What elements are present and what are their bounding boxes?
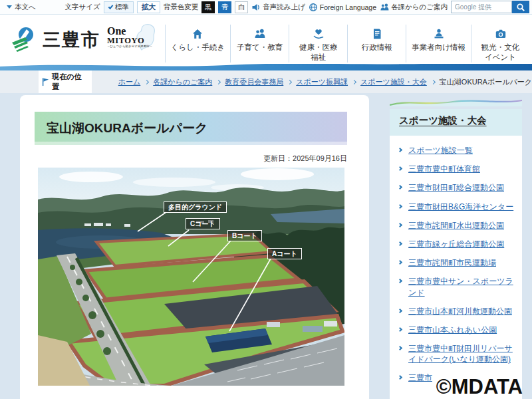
nav-item-kurashi[interactable]: くらし・手続き: [165, 25, 231, 63]
sidebar-link: 三豊市豊中町財田川リバーサイドパーク(いなり運動公園): [408, 344, 513, 364]
sidebar-link: 三豊市財田B&G海洋センター: [408, 202, 513, 211]
breadcrumb-departments[interactable]: 各課からのご案内: [153, 77, 212, 87]
aerial-photo: 多目的グラウンド Cコート Bコート Aコート: [38, 168, 344, 386]
sidebar-link: 三豊市財田町総合運動公園: [408, 183, 504, 192]
nav-label: 観光・文化: [481, 43, 520, 53]
breadcrumb-bar: 現在の位置 ホーム 各課からのご案内 教育委員会事務局 スポーツ振興課 スポーツ…: [0, 70, 532, 93]
chevron-right-icon: [398, 375, 402, 380]
brand-mitoyo: MITOYO: [107, 37, 152, 45]
page-title: 宝山湖OKURAボールパーク: [35, 112, 347, 145]
triangle-down-icon: [7, 5, 12, 9]
nav-label: 子育て・教育: [237, 43, 283, 53]
breadcrumb-current-page: 宝山湖OKURAボールパーク: [440, 77, 532, 87]
foreign-language-link[interactable]: Foreign Language: [309, 3, 376, 12]
nav-label-line2: 福祉: [311, 53, 326, 63]
font-size-label: 文字サイズ: [65, 3, 100, 12]
sidebar-link: 三豊市山本ふれあい公園: [408, 325, 497, 334]
sidebar-sports-facilities: スポーツ施設・大会 スポーツ施設一覧 三豊市豊中町体育館 三豊市財田町総合運動公…: [390, 97, 522, 399]
nav-label: 健康・医療: [299, 43, 338, 53]
utility-controls: 文字サイズ 標準 拡大 背景色変更 黒 青 白 音声読み上げ: [65, 1, 529, 13]
check-icon: [108, 4, 113, 9]
chevron-right-icon: [144, 79, 149, 84]
people-icon: [380, 3, 389, 11]
chevron-right-icon: [352, 79, 356, 84]
sidebar-item-yamamoto-riverbed-park[interactable]: 三豊市山本町河川敷運動公園: [396, 302, 515, 321]
skip-link-label: 本文へ: [15, 3, 36, 12]
nav-item-kosodate[interactable]: 子育て・教育: [230, 25, 289, 63]
sidebar-link: 三豊市詫間町市民運動場: [408, 258, 496, 267]
main-content-card: 宝山湖OKURAボールパーク 更新日：2025年09月16日: [20, 95, 369, 399]
breadcrumb-home[interactable]: ホーム: [118, 77, 141, 87]
sidebar-header: スポーツ施設・大会: [390, 109, 522, 136]
sidebar-list: スポーツ施設一覧 三豊市豊中町体育館 三豊市財田町総合運動公園 三豊市財田B&G…: [390, 136, 522, 399]
sidebar-link: 三豊市山本町河川敷運動公園: [408, 307, 512, 316]
speaker-icon: [251, 3, 261, 12]
watermark: ©MDATA: [436, 375, 523, 399]
bg-black-button[interactable]: 黒: [201, 1, 215, 13]
chevron-right-icon: [398, 346, 402, 350]
mitoyo-logo-mark-icon: [9, 26, 37, 54]
global-nav: くらし・手続き 子育て・教育 健康・医療: [165, 25, 529, 63]
updated-date: 更新日：2025年09月16日: [263, 154, 347, 164]
chevron-right-icon: [287, 79, 292, 84]
departments-link[interactable]: 各課からのご案内: [380, 3, 448, 12]
site-search: [451, 1, 529, 13]
sidebar-link: 三豊市緑ヶ丘総合運動公園: [408, 239, 504, 249]
foreign-language-label: Foreign Language: [320, 3, 376, 11]
search-button[interactable]: [512, 1, 529, 13]
sidebar-item-toyonaka-gym[interactable]: 三豊市豊中町体育館: [396, 160, 515, 178]
search-input[interactable]: [451, 1, 512, 13]
chevron-right-icon: [398, 148, 402, 152]
sidebar-item-saita-sports-park[interactable]: 三豊市財田町総合運動公園: [396, 178, 515, 197]
sidebar-item-toyonaka-sun-sports-land[interactable]: 三豊市豊中サン・スポーツランド: [396, 272, 515, 301]
sidebar-item-takuma-mizushi-park[interactable]: 三豊市詫間町水出運動公園: [396, 216, 515, 235]
nav-item-kenko[interactable]: 健康・医療 福祉: [289, 25, 347, 63]
aerial-photo-illustration: [38, 168, 344, 386]
sidebar-item-midorigaoka-park[interactable]: 三豊市緑ヶ丘総合運動公園: [396, 235, 515, 253]
breadcrumb-board-of-education[interactable]: 教育委員会事務局: [225, 77, 283, 87]
photo-label-court-a: Aコート: [267, 248, 302, 259]
skip-to-content-link[interactable]: 本文へ: [7, 3, 36, 12]
heart-hand-icon: [312, 26, 325, 41]
speech-label: 音声読み上げ: [263, 3, 305, 12]
current-location-label: 現在の位置: [52, 72, 86, 92]
nav-label-line2: イベント: [485, 53, 516, 63]
chevron-right-icon: [398, 204, 402, 209]
sidebar-item-saita-bg-marine-center[interactable]: 三豊市財田B&G海洋センター: [396, 198, 515, 216]
font-standard-label: 標準: [115, 3, 129, 12]
utility-bar: 本文へ 文字サイズ 標準 拡大 背景色変更 黒 青 白 音声読み上げ: [0, 0, 532, 15]
home-icon: [191, 26, 204, 41]
bg-blue-button[interactable]: 青: [218, 1, 231, 13]
sidebar-item-yamamoto-fureai-park[interactable]: 三豊市山本ふれあい公園: [396, 321, 515, 339]
chevron-right-icon: [398, 260, 402, 265]
chevron-right-icon: [398, 241, 402, 246]
sidebar-wave-decoration: [390, 98, 522, 106]
sidebar-title[interactable]: スポーツ施設・大会: [399, 115, 487, 126]
document-icon: [370, 26, 384, 41]
photo-label-multipurpose-ground: 多目的グラウンド: [164, 201, 227, 213]
sidebar-item-takuma-citizens-ground[interactable]: 三豊市詫間町市民運動場: [396, 253, 515, 272]
page: 本文へ 文字サイズ 標準 拡大 背景色変更 黒 青 白 音声読み上げ: [0, 0, 532, 399]
nav-item-kanko[interactable]: 観光・文化 イベント: [471, 25, 529, 63]
flag-icon: [41, 77, 49, 86]
nav-item-jigyosha[interactable]: 事業者向け情報: [406, 25, 471, 63]
chevron-right-icon: [398, 279, 402, 283]
sidebar-item-facility-list[interactable]: スポーツ施設一覧: [396, 141, 515, 160]
city-logo[interactable]: 三豊市 One MITOYO ～ひとつから動き出す未来都市～: [9, 23, 158, 57]
font-standard-button[interactable]: 標準: [104, 1, 134, 13]
departments-label: 各課からのご案内: [391, 3, 448, 12]
font-large-button[interactable]: 拡大: [137, 1, 160, 13]
sidebar-item-saitagawa-riverside-park[interactable]: 三豊市豊中町財田川リバーサイドパーク(いなり運動公園): [396, 339, 515, 368]
speech-readout-link[interactable]: 音声読み上げ: [251, 3, 305, 12]
sidebar-link: スポーツ施設一覧: [408, 146, 473, 155]
nav-label: 行政情報: [362, 43, 392, 53]
nav-label: 事業者向け情報: [412, 43, 466, 53]
bg-white-button[interactable]: 白: [235, 1, 248, 13]
brand-block: One MITOYO ～ひとつから動き出す未来都市～: [106, 23, 158, 57]
brand-text: One MITOYO ～ひとつから動き出す未来都市～: [107, 26, 152, 48]
breadcrumb-sports-facilities[interactable]: スポーツ施設・大会: [360, 77, 427, 87]
breadcrumb-sports-division[interactable]: スポーツ振興課: [296, 77, 348, 87]
sidebar-link: 三豊市: [408, 373, 432, 382]
business-icon: [432, 26, 446, 41]
nav-item-gyosei[interactable]: 行政情報: [347, 25, 406, 63]
